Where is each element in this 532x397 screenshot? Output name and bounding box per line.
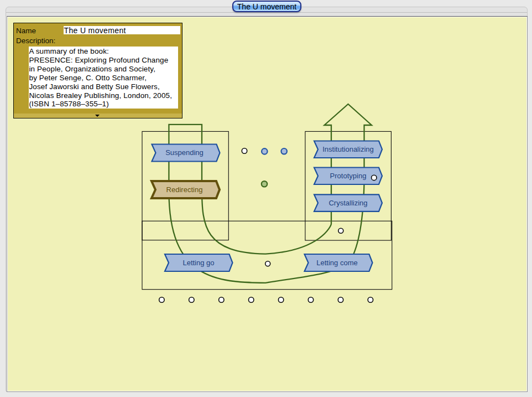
svg-text:Redirecting: Redirecting [166, 185, 203, 194]
svg-text:Suspending: Suspending [165, 148, 204, 157]
svg-text:Prototyping: Prototyping [330, 172, 367, 180]
svg-text:Letting go: Letting go [182, 259, 214, 267]
svg-text:Crystallizing: Crystallizing [328, 199, 367, 207]
svg-text:Letting come: Letting come [316, 259, 357, 267]
svg-text:Institutionalizing: Institutionalizing [322, 145, 374, 153]
